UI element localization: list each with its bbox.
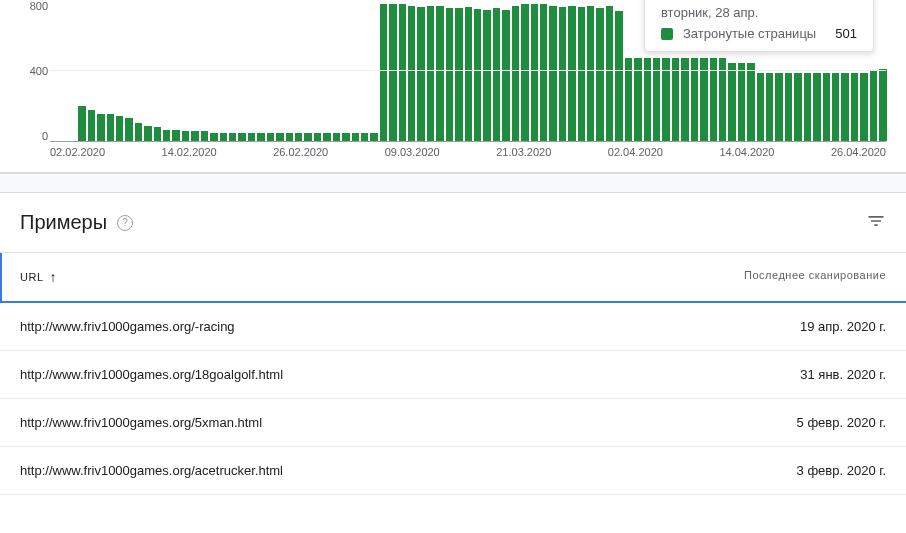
chart-bar[interactable]: [747, 63, 754, 141]
chart-bar[interactable]: [775, 73, 782, 141]
cell-date: 5 февр. 2020 г.: [676, 415, 886, 430]
table-row[interactable]: http://www.friv1000games.org/-racing19 а…: [0, 303, 906, 351]
chart-bar[interactable]: [78, 106, 85, 141]
chart-bar[interactable]: [427, 6, 434, 141]
chart-bar[interactable]: [182, 131, 189, 141]
chart-bar[interactable]: [587, 6, 594, 141]
chart-bar[interactable]: [606, 6, 613, 141]
chart-bar[interactable]: [380, 4, 387, 141]
chart-bar[interactable]: [125, 118, 132, 141]
cell-date: 19 апр. 2020 г.: [676, 319, 886, 334]
chart-bar[interactable]: [267, 133, 274, 141]
chart-bar[interactable]: [531, 4, 538, 141]
chart-bar[interactable]: [286, 133, 293, 141]
chart-bar[interactable]: [794, 73, 801, 141]
y-axis: 800 400 0: [20, 0, 48, 142]
chart-bar[interactable]: [568, 6, 575, 141]
chart-bar[interactable]: [408, 6, 415, 141]
chart-bar[interactable]: [804, 73, 811, 141]
y-tick: 400: [30, 65, 48, 77]
chart-bar[interactable]: [220, 133, 227, 141]
chart-bar[interactable]: [446, 8, 453, 141]
tooltip-date: вторник, 28 апр.: [661, 5, 857, 20]
table-row[interactable]: http://www.friv1000games.org/18goalgolf.…: [0, 351, 906, 399]
help-icon[interactable]: ?: [117, 215, 133, 231]
chart-bar[interactable]: [248, 133, 255, 141]
chart-bar[interactable]: [596, 8, 603, 141]
chart-bar[interactable]: [738, 63, 745, 141]
chart-bar[interactable]: [323, 133, 330, 141]
chart-bar[interactable]: [163, 130, 170, 141]
chart-bar[interactable]: [540, 4, 547, 141]
column-header-url[interactable]: URL ↑: [0, 253, 676, 301]
chart-bar[interactable]: [870, 71, 877, 142]
table-row[interactable]: http://www.friv1000games.org/5xman.html5…: [0, 399, 906, 447]
chart-bar[interactable]: [879, 69, 886, 141]
chart-bar[interactable]: [728, 63, 735, 141]
chart-bar[interactable]: [229, 133, 236, 141]
chart-bar[interactable]: [578, 7, 585, 141]
examples-header: Примеры ?: [0, 193, 906, 252]
chart-bar[interactable]: [107, 114, 114, 141]
chart-bar[interactable]: [512, 6, 519, 141]
x-tick: 21.03.2020: [496, 146, 551, 160]
chart-bar[interactable]: [191, 131, 198, 141]
chart-bar[interactable]: [493, 8, 500, 141]
chart-bar[interactable]: [389, 4, 396, 141]
chart-bar[interactable]: [483, 10, 490, 141]
chart-bar[interactable]: [314, 133, 321, 141]
chart-bar[interactable]: [502, 10, 509, 141]
chart-bar[interactable]: [417, 7, 424, 141]
chart-bar[interactable]: [521, 4, 528, 141]
x-axis: 02.02.2020 14.02.2020 26.02.2020 09.03.2…: [50, 146, 886, 160]
table-row[interactable]: http://www.friv1000games.org/acetrucker.…: [0, 447, 906, 495]
chart-bar[interactable]: [455, 8, 462, 141]
chart-bar[interactable]: [851, 73, 858, 141]
chart-bar[interactable]: [172, 130, 179, 141]
chart-bar[interactable]: [785, 73, 792, 141]
chart-bar[interactable]: [238, 133, 245, 141]
cell-date: 3 февр. 2020 г.: [676, 463, 886, 478]
column-header-date[interactable]: Последнее сканирование: [676, 253, 906, 301]
chart-bar[interactable]: [841, 73, 848, 141]
chart-bar[interactable]: [549, 6, 556, 141]
cell-url: http://www.friv1000games.org/18goalgolf.…: [20, 367, 676, 382]
chart-bar[interactable]: [154, 127, 161, 141]
chart-bar[interactable]: [399, 4, 406, 141]
cell-url: http://www.friv1000games.org/-racing: [20, 319, 676, 334]
column-header-url-label: URL: [20, 271, 44, 283]
chart-bar[interactable]: [201, 131, 208, 141]
chart-bar[interactable]: [144, 126, 151, 142]
chart-bar[interactable]: [116, 116, 123, 141]
chart-bar[interactable]: [333, 133, 340, 141]
chart-bar[interactable]: [370, 133, 377, 141]
chart-bar[interactable]: [210, 133, 217, 141]
chart-bar[interactable]: [257, 133, 264, 141]
chart-bar[interactable]: [615, 11, 622, 141]
chart-bar[interactable]: [97, 114, 104, 141]
chart-bar[interactable]: [832, 73, 839, 141]
chart-bar[interactable]: [352, 133, 359, 141]
chart-bar[interactable]: [474, 9, 481, 141]
chart-bar[interactable]: [823, 73, 830, 141]
chart-bar[interactable]: [135, 123, 142, 141]
chart-bar[interactable]: [813, 73, 820, 141]
chart-bar[interactable]: [276, 133, 283, 141]
x-tick: 26.04.2020: [831, 146, 886, 160]
chart-bar[interactable]: [860, 73, 867, 141]
section-divider: [0, 173, 906, 193]
chart-bar[interactable]: [766, 73, 773, 141]
chart-bar[interactable]: [361, 133, 368, 141]
table-body: http://www.friv1000games.org/-racing19 а…: [0, 303, 906, 495]
filter-icon[interactable]: [866, 211, 886, 234]
chart-bar[interactable]: [465, 7, 472, 141]
chart-bar[interactable]: [304, 133, 311, 141]
chart-bar[interactable]: [436, 6, 443, 141]
chart-bar[interactable]: [295, 133, 302, 141]
chart-bar[interactable]: [757, 73, 764, 141]
table-header-row: URL ↑ Последнее сканирование: [0, 252, 906, 303]
chart-bar[interactable]: [88, 110, 95, 141]
chart-bar[interactable]: [559, 7, 566, 141]
chart-bar[interactable]: [342, 133, 349, 141]
x-tick: 02.02.2020: [50, 146, 105, 160]
